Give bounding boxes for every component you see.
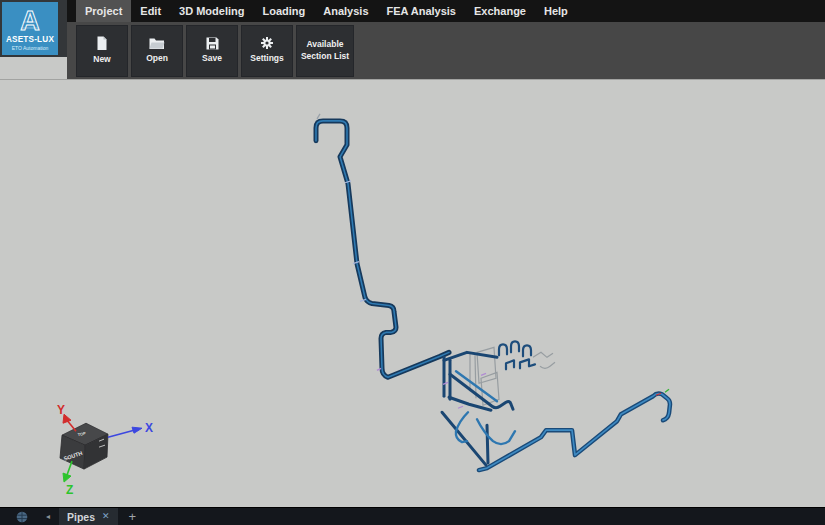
add-tab-icon[interactable]: +	[129, 510, 137, 523]
menu-item-project[interactable]: Project	[76, 0, 131, 22]
document-tab-bar: ◂ Pipes ✕ +	[0, 507, 825, 525]
model-globe-icon[interactable]	[16, 511, 28, 523]
menu-item-help[interactable]: Help	[535, 0, 577, 22]
pipe-end-axis-green	[665, 389, 669, 392]
brand-subtitle: ETO Automation	[12, 45, 49, 51]
new-button[interactable]: New	[76, 25, 128, 77]
menu-item-loading[interactable]: Loading	[253, 0, 314, 22]
save-button-label: Save	[200, 53, 224, 64]
axis-y-label: Y	[57, 403, 65, 417]
new-document-icon	[95, 36, 109, 51]
axis-z-label: Z	[66, 483, 73, 497]
open-folder-icon	[149, 37, 165, 50]
node-marker-ticks	[317, 114, 669, 408]
menu-item-fea-analysis[interactable]: FEA Analysis	[378, 0, 466, 22]
tab-scroll-left-icon[interactable]: ◂	[46, 513, 50, 521]
menu-item-3d-modeling[interactable]: 3D Modeling	[170, 0, 253, 22]
available-section-list-button[interactable]: Available Section List	[296, 25, 354, 77]
pipe-main-run[interactable]	[316, 121, 449, 377]
tab-pipes-label: Pipes	[67, 511, 95, 523]
settings-button[interactable]: Settings	[241, 25, 293, 77]
settings-button-label: Settings	[248, 53, 286, 64]
tab-close-icon[interactable]: ✕	[102, 512, 110, 521]
ribbon-toolbar: New Open Save	[67, 22, 825, 79]
brand-logo: A ASETS-LUX ETO Automation	[0, 0, 67, 57]
tab-pipes[interactable]: Pipes ✕	[59, 508, 118, 525]
pipe-support-hooks	[499, 341, 535, 369]
save-floppy-icon	[206, 37, 219, 50]
brand-logo-background: A ASETS-LUX ETO Automation	[2, 2, 58, 55]
menu-item-analysis[interactable]: Analysis	[314, 0, 377, 22]
open-button[interactable]: Open	[131, 25, 183, 77]
menu-item-edit[interactable]: Edit	[131, 0, 170, 22]
available-section-list-label: Available Section List	[297, 39, 353, 61]
axis-z: Z	[63, 461, 73, 497]
axis-x: X	[108, 421, 153, 437]
brand-logo-letter: A	[20, 6, 40, 36]
menu-item-exchange[interactable]: Exchange	[465, 0, 535, 22]
piping-model-canvas[interactable]: TOP SOUTH Y X Z	[0, 80, 825, 507]
pipe-bottom-run[interactable]	[479, 394, 670, 470]
nav-cube[interactable]: TOP SOUTH	[60, 423, 108, 469]
new-button-label: New	[91, 54, 112, 65]
save-button[interactable]: Save	[186, 25, 238, 77]
axis-y: Y	[57, 403, 76, 431]
menubar: Project Edit 3D Modeling Loading Analysi…	[67, 0, 825, 22]
axis-x-label: X	[145, 421, 153, 435]
3d-viewport[interactable]: TOP SOUTH Y X Z	[0, 79, 825, 507]
application-window: TOP SOUTH Y X Z	[0, 0, 825, 525]
open-button-label: Open	[144, 53, 170, 64]
settings-gear-icon	[260, 36, 274, 50]
brand-name: ASETS-LUX	[6, 35, 55, 44]
